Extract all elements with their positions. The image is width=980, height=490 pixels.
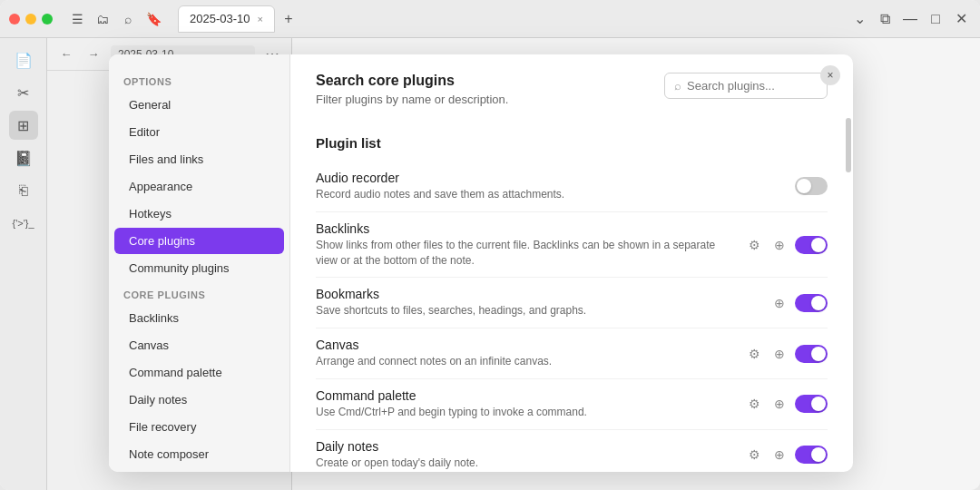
open-add-canvas[interactable]: ⊕ [769,344,789,364]
settings-gear-command-palette[interactable]: ⚙ [744,394,764,414]
tab-current[interactable]: 2025-03-10 × [178,5,275,33]
close-icon[interactable]: ✕ [951,9,971,29]
plugin-actions-command-palette: ⚙ ⊕ [744,394,828,414]
sidebar-item-editor[interactable]: Editor [114,119,284,145]
tab-title: 2025-03-10 [190,12,250,25]
plugin-desc-audio-recorder: Record audio notes and save them as atta… [316,187,786,202]
search-icon: ⌕ [674,79,681,93]
toggle-knob-audio-recorder [797,179,811,193]
rail-scissors-icon[interactable]: ✂ [9,78,38,107]
search-bar[interactable]: ⌕ [664,73,828,99]
toggle-knob-backlinks [811,238,826,252]
open-add-bookmarks[interactable]: ⊕ [769,293,789,313]
new-tab-button[interactable]: + [279,9,299,29]
sidebar-item-daily-notes[interactable]: Daily notes [114,387,284,413]
toggle-knob-command-palette [811,397,826,411]
plugin-actions-bookmarks: ⊕ [769,293,828,313]
sidebar-item-core-plugins[interactable]: Core plugins [114,228,284,254]
sidebar-item-files-and-links[interactable]: Files and links [114,146,284,172]
toggle-audio-recorder[interactable] [795,177,828,195]
plugin-info-backlinks: Backlinks Show links from other files to… [316,221,735,269]
plugin-name-daily-notes: Daily notes [316,439,735,454]
toggle-knob-daily-notes [811,447,826,462]
maximize-window-button[interactable] [42,14,53,24]
rail-book-icon[interactable]: 📓 [9,143,38,172]
toggle-canvas[interactable] [795,345,828,363]
plugin-actions-backlinks: ⚙ ⊕ [744,235,828,255]
vault-switcher-icon[interactable]: ⌄ [849,9,869,29]
scrollbar-thumb[interactable] [846,118,851,172]
open-add-command-palette[interactable]: ⊕ [769,394,789,414]
toggle-knob-bookmarks [811,296,826,310]
plugin-item-backlinks: Backlinks Show links from other files to… [316,212,828,279]
close-x-label: × [827,69,833,82]
title-bar-right: ⌄ ⧉ — □ ✕ [849,9,971,29]
restore-icon[interactable]: □ [926,9,946,29]
toggle-backlinks[interactable] [795,236,828,254]
settings-sidebar: Options General Editor Files and links A… [109,54,290,472]
plugin-actions-daily-notes: ⚙ ⊕ [744,445,828,465]
forward-button[interactable]: → [83,44,103,64]
rail-files-icon[interactable]: 📄 [9,45,38,74]
close-window-button[interactable] [9,14,20,24]
sidebar-item-backlinks[interactable]: Backlinks [114,305,284,331]
sidebar-item-general[interactable]: General [114,92,284,118]
settings-title: Search core plugins [316,73,508,89]
sidebar-item-page-preview[interactable]: Page preview [114,468,284,472]
plugin-item-command-palette: Command palette Use Cmd/Ctrl+P and begin… [316,379,828,430]
plugin-item-canvas: Canvas Arrange and connect notes on an i… [316,328,828,379]
settings-top-row: Search core plugins Filter plugins by na… [316,73,828,121]
plugin-info-canvas: Canvas Arrange and connect notes on an i… [316,338,735,369]
back-button[interactable]: ← [56,44,76,64]
window-controls [9,14,53,24]
bookmark-button[interactable]: 🔖 [143,9,163,29]
scrollbar-track[interactable] [846,109,851,454]
settings-gear-daily-notes[interactable]: ⚙ [744,445,764,465]
minimize-window-button[interactable] [25,14,36,24]
search-button[interactable]: ⌕ [118,9,138,29]
plugin-list-label: Plugin list [316,135,828,151]
sidebar-item-command-palette[interactable]: Command palette [114,359,284,386]
search-input[interactable] [687,79,814,93]
plugin-info-daily-notes: Daily notes Create or open today's daily… [316,439,735,471]
plugin-desc-backlinks: Show links from other files to the curre… [316,238,735,269]
sidebar-item-file-recovery[interactable]: File recovery [114,414,284,440]
sidebar-item-hotkeys[interactable]: Hotkeys [114,201,284,227]
sidebar-toggle-button[interactable]: ☰ [67,9,87,29]
plugin-info-bookmarks: Bookmarks Save shortcuts to files, searc… [316,287,760,318]
open-add-daily-notes[interactable]: ⊕ [769,445,789,465]
tab-close-button[interactable]: × [258,14,263,24]
plugin-desc-daily-notes: Create or open today's daily note. [316,456,735,471]
sidebar-item-community-plugins[interactable]: Community plugins [114,255,284,281]
layout-icon[interactable]: ⧉ [875,9,895,29]
sidebar-item-canvas[interactable]: Canvas [114,332,284,358]
minimize-icon[interactable]: — [900,9,920,29]
title-bar-left-icons: ☰ 🗂 ⌕ 🔖 [67,9,163,29]
tab-bar: 2025-03-10 × + [178,5,842,33]
sidebar-item-note-composer[interactable]: Note composer [114,441,284,467]
sidebar-item-appearance[interactable]: Appearance [114,173,284,200]
plugin-item-daily-notes: Daily notes Create or open today's daily… [316,430,828,472]
rail-blocks-icon[interactable]: ⊞ [9,111,38,140]
rail-layers-icon[interactable]: ⎗ [9,176,38,205]
open-add-backlinks[interactable]: ⊕ [769,235,789,255]
app-window: ☰ 🗂 ⌕ 🔖 2025-03-10 × + ⌄ ⧉ — □ ✕ 📄 ✂ ⊞ 📓 [0,0,980,490]
plugin-name-canvas: Canvas [316,338,735,352]
plugin-actions-canvas: ⚙ ⊕ [744,344,828,364]
settings-desc: Filter plugins by name or description. [316,93,508,106]
settings-gear-canvas[interactable]: ⚙ [744,344,764,364]
toggle-daily-notes[interactable] [795,446,828,464]
toggle-command-palette[interactable] [795,395,828,413]
plugin-item-bookmarks: Bookmarks Save shortcuts to files, searc… [316,278,828,328]
plugin-name-audio-recorder: Audio recorder [316,171,786,185]
settings-gear-backlinks[interactable]: ⚙ [744,235,764,255]
toggle-bookmarks[interactable] [795,294,828,312]
rail-terminal-icon[interactable]: {'>'}_ [9,209,38,238]
plugin-desc-bookmarks: Save shortcuts to files, searches, headi… [316,303,760,318]
plugin-desc-command-palette: Use Cmd/Ctrl+P and begin typing to invok… [316,405,735,420]
settings-dialog: × Options General Editor Files and links… [109,54,853,472]
settings-header: Search core plugins Filter plugins by na… [316,73,508,106]
file-browser-button[interactable]: 🗂 [93,9,113,29]
settings-close-button[interactable]: × [820,65,840,85]
settings-main: Search core plugins Filter plugins by na… [290,54,853,472]
